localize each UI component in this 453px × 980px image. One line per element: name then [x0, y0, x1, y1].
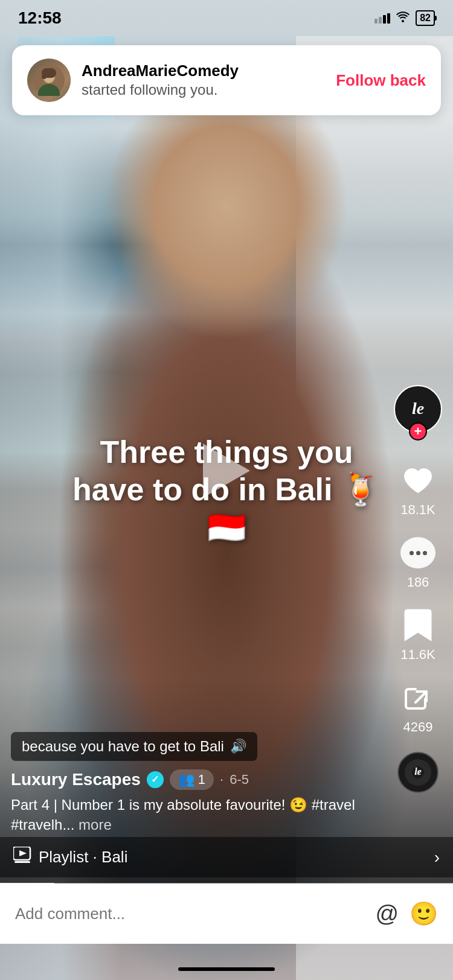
- emoji-button[interactable]: 🙂: [410, 900, 438, 927]
- playlist-label-text: Playlist: [39, 848, 88, 866]
- playlist-bar[interactable]: Playlist · Bali ›: [0, 837, 453, 877]
- playlist-name: Bali: [101, 848, 127, 866]
- bottom-info: because you have to get to Bali 🔊 Luxury…: [11, 732, 387, 841]
- creator-name: Luxury Escapes: [11, 770, 141, 789]
- chevron-right-icon: ›: [434, 848, 440, 867]
- svg-text:le: le: [412, 399, 424, 418]
- subtitle-bar: because you have to get to Bali 🔊: [11, 732, 257, 761]
- follow-back-button[interactable]: Follow back: [336, 71, 426, 90]
- follow-plus-badge[interactable]: +: [409, 422, 427, 441]
- share-action[interactable]: 4269: [400, 679, 436, 735]
- svg-point-5: [42, 74, 47, 79]
- home-bar: [178, 967, 275, 971]
- status-bar: 12:58 82: [0, 0, 453, 36]
- like-action[interactable]: 18.1K: [400, 462, 436, 518]
- comment-icon: [400, 535, 436, 571]
- bookmark-count: 11.6K: [400, 647, 435, 663]
- mention-button[interactable]: @: [375, 901, 399, 927]
- comment-count: 186: [407, 574, 429, 590]
- music-disc-button[interactable]: le: [397, 752, 439, 793]
- playlist-label: Playlist · Bali: [39, 848, 127, 867]
- notification-avatar: [27, 59, 71, 102]
- right-actions: le + 18.1K 186 11.6K: [394, 385, 442, 793]
- comment-input[interactable]: [15, 905, 364, 923]
- creator-avatar-container[interactable]: le +: [394, 385, 442, 433]
- bookmark-icon: [400, 607, 436, 643]
- svg-text:le: le: [414, 766, 422, 777]
- creator-name-row: Luxury Escapes ✓ 👥 1 · 6-5: [11, 769, 387, 790]
- playlist-left: Playlist · Bali: [13, 847, 127, 868]
- share-icon: [400, 679, 436, 716]
- more-link[interactable]: more: [79, 816, 112, 833]
- dot-separator: ·: [220, 772, 223, 788]
- play-triangle-icon: [203, 444, 250, 498]
- bookmark-action[interactable]: 11.6K: [400, 607, 436, 663]
- notification-username: AndreaMarieComedy: [82, 62, 325, 80]
- signal-icon: [374, 13, 390, 24]
- extra-info: 6-5: [230, 772, 249, 788]
- battery-icon: 82: [416, 10, 435, 26]
- collab-icon: 👥: [178, 772, 194, 788]
- description-text: Part 4 | Number 1 is my absolute favouri…: [11, 797, 355, 833]
- video-description: Part 4 | Number 1 is my absolute favouri…: [11, 795, 387, 835]
- notification-text: AndreaMarieComedy started following you.: [82, 62, 325, 99]
- comment-area: @ 🙂: [0, 883, 453, 944]
- share-count: 4269: [403, 719, 433, 735]
- playlist-icon: [13, 847, 31, 868]
- comment-actions: @ 🙂: [375, 900, 438, 927]
- like-icon: [400, 462, 436, 498]
- svg-marker-14: [19, 850, 27, 856]
- avatar-image: [27, 59, 71, 102]
- like-count: 18.1K: [400, 502, 435, 518]
- wifi-icon: [396, 11, 410, 25]
- verified-badge: ✓: [147, 771, 164, 788]
- collab-badge: 👥 1: [170, 769, 214, 790]
- play-button[interactable]: [203, 444, 250, 498]
- audio-icon: 🔊: [230, 739, 246, 754]
- svg-rect-15: [14, 861, 30, 863]
- status-icons: 82: [374, 10, 435, 26]
- notification-card[interactable]: AndreaMarieComedy started following you.…: [12, 45, 441, 115]
- notification-action: started following you.: [82, 80, 325, 99]
- collab-count: 1: [198, 772, 205, 788]
- subtitle-text: because you have to get to Bali: [22, 738, 224, 755]
- comment-action[interactable]: 186: [400, 535, 436, 590]
- status-time: 12:58: [18, 8, 62, 28]
